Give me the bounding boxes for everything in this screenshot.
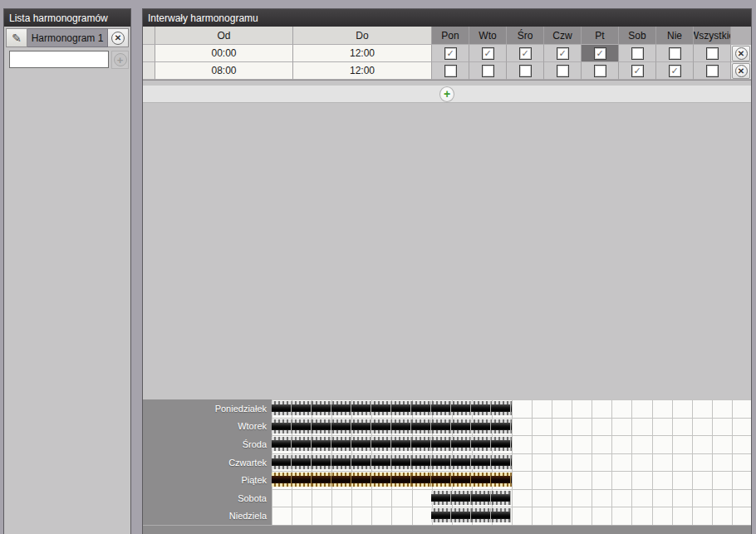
week-row-1[interactable] (272, 399, 751, 418)
week-label-6: Sobota (143, 489, 272, 507)
intervals-panel: Interwały harmonogramu OdDoPonWtoŚroCzwP… (142, 8, 752, 534)
day-cell-nie: ✓ (656, 62, 694, 80)
week-row-4[interactable] (272, 453, 751, 472)
interval-bar[interactable] (431, 508, 511, 522)
week-label-1: Poniedziałek (143, 399, 272, 418)
column-header-od: Od (155, 27, 293, 45)
checkbox-wszystkie-row1[interactable] (706, 47, 719, 60)
do-value[interactable]: 12:00 (293, 62, 432, 80)
delete-cell: ✕ (731, 45, 751, 62)
intervals-title: Interwały harmonogramu (143, 9, 751, 27)
add-interval-button[interactable]: + (439, 86, 454, 102)
interval-bar[interactable] (272, 419, 512, 434)
checkbox-wszystkie-row2[interactable] (706, 65, 719, 77)
checkbox-wto-row2[interactable] (482, 65, 494, 77)
checkbox-pt-row1[interactable]: ✓ (594, 47, 606, 60)
schedule-tab[interactable]: Harmonogram 1 (27, 28, 108, 47)
checkbox-śro-row2[interactable] (519, 65, 532, 77)
intervals-table: OdDoPonWtoŚroCzwPtSobNieWszystkie00:0012… (143, 27, 751, 81)
day-cell-wto: ✓ (469, 45, 507, 62)
day-cell-wto (469, 62, 507, 80)
day-cell-nie (656, 45, 694, 62)
table-header-row: OdDoPonWtoŚroCzwPtSobNieWszystkie (143, 27, 751, 45)
row-gutter (143, 62, 155, 80)
day-cell-wszystkie (694, 45, 731, 62)
checkbox-nie-row1[interactable] (669, 47, 681, 60)
column-header-czw: Czw (544, 27, 582, 45)
interval-row: 00:0012:00✓✓✓✓✓✕ (143, 45, 751, 62)
day-cell-pon (432, 62, 469, 80)
week-label-4: Czwartek (143, 453, 272, 472)
day-cell-czw (544, 62, 582, 80)
interval-bar[interactable] (272, 401, 512, 415)
edit-schedule-button[interactable]: ✎ (6, 28, 27, 47)
day-cell-pon: ✓ (432, 45, 469, 62)
new-schedule-input[interactable] (9, 51, 109, 68)
checkbox-sob-row1[interactable] (631, 47, 644, 60)
column-header-sob: Sob (619, 27, 656, 45)
od-value[interactable]: 00:00 (155, 45, 293, 62)
delete-schedule-button[interactable]: ✕ (108, 28, 129, 47)
day-cell-pt: ✓ (582, 45, 619, 62)
day-cell-sob (619, 45, 656, 62)
checkbox-nie-row2[interactable]: ✓ (669, 65, 681, 77)
delete-cell: ✕ (731, 62, 751, 80)
day-cell-śro (507, 62, 544, 80)
week-label-5: Piątek (143, 471, 272, 489)
checkbox-wto-row1[interactable]: ✓ (482, 47, 494, 60)
interval-bar[interactable] (272, 437, 512, 451)
close-icon: ✕ (735, 47, 748, 60)
add-schedule-button[interactable]: + (111, 51, 129, 69)
week-schedule: PoniedziałekWtorekŚrodaCzwartekPiątekSob… (143, 399, 751, 525)
week-day-labels: PoniedziałekWtorekŚrodaCzwartekPiątekSob… (143, 399, 272, 525)
schedule-tab-row: ✎ Harmonogram 1 ✕ (6, 28, 129, 47)
interval-row: 08:0012:00✓✓✕ (143, 62, 751, 80)
interval-bar[interactable] (431, 491, 511, 505)
checkbox-pon-row1[interactable]: ✓ (444, 47, 457, 60)
column-header-nie: Nie (656, 27, 694, 45)
day-cell-wszystkie (694, 62, 731, 80)
checkbox-czw-row2[interactable] (557, 65, 569, 77)
week-row-5[interactable] (272, 471, 751, 489)
add-schedule-row: + (9, 51, 129, 69)
week-row-6[interactable] (272, 489, 751, 507)
week-time-grid[interactable] (272, 399, 751, 525)
close-icon: ✕ (111, 32, 125, 45)
pencil-icon: ✎ (12, 32, 22, 45)
week-row-7[interactable] (272, 507, 751, 525)
row-gutter-header (143, 27, 155, 45)
schedule-list-panel: Lista harmonogramów ✎ Harmonogram 1 ✕ + (3, 8, 131, 534)
row-gutter (143, 45, 155, 62)
week-label-3: Środa (143, 435, 272, 453)
day-cell-pt (582, 62, 619, 80)
empty-area (143, 103, 751, 399)
day-cell-sob: ✓ (619, 62, 656, 80)
close-icon: ✕ (735, 65, 748, 77)
column-header-pt: Pt (582, 27, 619, 45)
checkbox-pon-row2[interactable] (444, 65, 457, 77)
checkbox-pt-row2[interactable] (594, 65, 606, 77)
interval-bar[interactable] (272, 473, 512, 487)
od-value[interactable]: 08:00 (155, 62, 293, 80)
delete-interval-button[interactable]: ✕ (732, 46, 750, 61)
column-header-delete (731, 27, 751, 45)
checkbox-sob-row2[interactable]: ✓ (631, 65, 644, 77)
delete-interval-button[interactable]: ✕ (732, 63, 750, 79)
column-header-do: Do (293, 27, 432, 45)
checkbox-śro-row1[interactable]: ✓ (519, 47, 532, 60)
checkbox-czw-row1[interactable]: ✓ (557, 47, 569, 60)
week-row-2[interactable] (272, 418, 751, 436)
column-header-wszystkie: Wszystkie (694, 27, 731, 45)
bottom-strip (143, 525, 751, 534)
do-value[interactable]: 12:00 (293, 45, 432, 62)
column-header-wto: Wto (469, 27, 507, 45)
column-header-pon: Pon (432, 27, 469, 45)
schedule-list-title: Lista harmonogramów (4, 9, 130, 27)
day-cell-śro: ✓ (507, 45, 544, 62)
interval-bar[interactable] (272, 455, 512, 469)
column-header-śro: Śro (507, 27, 544, 45)
week-label-7: Niedziela (143, 507, 272, 525)
add-interval-bar: + (143, 85, 751, 103)
week-row-3[interactable] (272, 435, 751, 453)
plus-icon: + (114, 53, 127, 66)
